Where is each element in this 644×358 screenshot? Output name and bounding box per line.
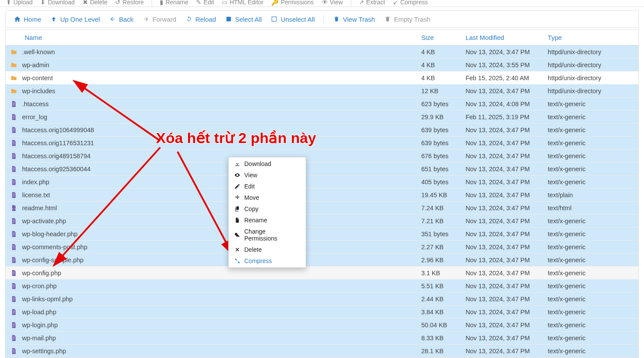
file-icon bbox=[10, 139, 18, 147]
cm-view[interactable]: View bbox=[229, 169, 306, 181]
file-icon bbox=[10, 165, 18, 173]
file-modified: Nov 13, 2024, 3:47 PM bbox=[461, 137, 544, 150]
file-name: htaccess.orig1064999048 bbox=[22, 127, 94, 133]
home-icon bbox=[13, 15, 21, 23]
delete-button[interactable]: ✖Delete bbox=[83, 0, 107, 6]
file-name: wp-activate.php bbox=[22, 218, 66, 225]
separator bbox=[152, 0, 152, 6]
file-modified: Nov 13, 2024, 3:47 PM bbox=[461, 176, 544, 189]
file-name: wp-mail.php bbox=[22, 335, 56, 342]
table-row[interactable]: wp-includes 12 KB Nov 13, 2024, 3:47 PM … bbox=[6, 85, 638, 98]
table-row[interactable]: readme.html 7.24 KB Nov 13, 2024, 3:47 P… bbox=[6, 202, 638, 215]
restore-button[interactable]: ↺Restore bbox=[115, 0, 144, 6]
edit-button[interactable]: ✎Edit bbox=[196, 0, 214, 6]
table-row[interactable]: wp-activate.php 7.21 KB Nov 13, 2024, 3:… bbox=[6, 215, 638, 228]
nav-reload[interactable]: Reload bbox=[185, 15, 216, 23]
file-name: index.php bbox=[22, 179, 49, 186]
file-icon bbox=[10, 178, 18, 186]
table-row[interactable]: .well-known 4 KB Nov 13, 2024, 3:47 PM h… bbox=[6, 46, 638, 59]
col-header-name[interactable]: Name bbox=[6, 30, 417, 46]
file-icon bbox=[10, 191, 18, 199]
cm-move-label: Move bbox=[244, 194, 259, 201]
upload-icon: ⬆ bbox=[6, 0, 11, 6]
view-icon: 👁 bbox=[322, 0, 328, 6]
nav-select-all[interactable]: Select All bbox=[225, 15, 262, 23]
file-modified: Nov 13, 2024, 3:47 PM bbox=[461, 319, 544, 332]
table-row[interactable]: wp-comments-post.php 2.27 KB Nov 13, 202… bbox=[6, 241, 638, 254]
col-header-name-text: Name bbox=[25, 34, 42, 41]
table-row[interactable]: wp-config.php 3.1 KB Nov 13, 2024, 3:47 … bbox=[6, 267, 638, 280]
key-icon bbox=[234, 232, 240, 238]
upload-label: Upload bbox=[13, 0, 32, 6]
file-modified: Nov 13, 2024, 3:47 PM bbox=[461, 46, 544, 59]
file-icon bbox=[10, 269, 18, 277]
col-header-modified[interactable]: Last Modified bbox=[461, 30, 544, 46]
table-row[interactable]: wp-config-sample.php 2.96 KB Nov 13, 202… bbox=[6, 254, 638, 267]
table-row[interactable]: wp-load.php 3.84 KB Nov 13, 2024, 3:47 P… bbox=[6, 306, 638, 319]
table-row[interactable]: license.txt 19.45 KB Nov 13, 2024, 3:47 … bbox=[6, 189, 638, 202]
cm-delete[interactable]: Delete bbox=[229, 244, 306, 255]
col-header-type[interactable]: Type bbox=[544, 30, 638, 46]
table-row[interactable]: htaccess.orig1176531231 639 bytes Nov 13… bbox=[6, 137, 638, 150]
html-file-icon bbox=[10, 204, 18, 212]
rename-label: Rename bbox=[165, 0, 188, 6]
file-name: wp-cron.php bbox=[22, 283, 57, 290]
context-menu: Download View Edit Move Copy Rename Chan… bbox=[228, 157, 306, 268]
table-row[interactable]: htaccess.orig925360044 651 bytes Nov 13,… bbox=[6, 163, 638, 176]
html-editor-icon: ▭ bbox=[222, 0, 227, 6]
file-type: text/x-generic bbox=[544, 267, 638, 280]
table-row[interactable]: wp-cron.php 5.51 KB Nov 13, 2024, 3:47 P… bbox=[6, 280, 638, 293]
cm-rename[interactable]: Rename bbox=[229, 215, 306, 226]
extract-button[interactable]: ↗Extract bbox=[359, 0, 385, 6]
permissions-icon: 🔑 bbox=[271, 0, 278, 6]
table-row[interactable]: wp-links-opml.php 2.44 KB Nov 13, 2024, … bbox=[6, 293, 638, 306]
cm-compress[interactable]: Compress bbox=[229, 255, 306, 267]
file-icon bbox=[10, 321, 18, 329]
file-size: 639 bytes bbox=[417, 137, 461, 150]
file-type: text/x-generic bbox=[544, 345, 638, 358]
compress-button[interactable]: ↙Compress bbox=[393, 0, 428, 6]
cm-change-permissions[interactable]: Change Permissions bbox=[229, 226, 306, 244]
permissions-button[interactable]: 🔑Permissions bbox=[271, 0, 314, 6]
table-row[interactable]: wp-blog-header.php 351 bytes Nov 13, 202… bbox=[6, 228, 638, 241]
file-modified: Nov 13, 2024, 3:47 PM bbox=[461, 215, 544, 228]
reload-icon bbox=[185, 15, 193, 23]
table-row[interactable]: error_log 29.9 KB Feb 11, 2025, 3:19 PM … bbox=[6, 111, 638, 124]
file-size: 5.51 KB bbox=[417, 280, 461, 293]
cm-download[interactable]: Download bbox=[229, 158, 306, 169]
table-row[interactable]: htaccess.orig489158794 676 bytes Nov 13,… bbox=[6, 150, 638, 163]
cm-copy[interactable]: Copy bbox=[229, 203, 306, 215]
nav-up-one-level[interactable]: Up One Level bbox=[50, 15, 100, 23]
nav-view-trash[interactable]: View Trash bbox=[333, 15, 375, 23]
rename-button[interactable]: ▮Rename bbox=[160, 0, 188, 6]
table-row[interactable]: wp-settings.php 28.1 KB Nov 13, 2024, 3:… bbox=[6, 345, 638, 358]
cm-edit[interactable]: Edit bbox=[229, 181, 306, 192]
file-size: 50.04 KB bbox=[417, 319, 461, 332]
table-row[interactable]: index.php 405 bytes Nov 13, 2024, 3:47 P… bbox=[6, 176, 638, 189]
col-header-size[interactable]: Size bbox=[417, 30, 461, 46]
table-row[interactable]: wp-admin 4 KB Nov 13, 2024, 3:55 PM http… bbox=[6, 59, 638, 72]
cm-compress-label: Compress bbox=[244, 257, 272, 264]
nav-back[interactable]: Back bbox=[109, 15, 133, 23]
table-row[interactable]: htaccess.orig1064999048 639 bytes Nov 13… bbox=[6, 124, 638, 137]
download-button[interactable]: ⬇Download bbox=[40, 0, 74, 6]
file-modified: Nov 13, 2024, 3:47 PM bbox=[461, 293, 544, 306]
cm-move[interactable]: Move bbox=[229, 192, 306, 203]
html-editor-button[interactable]: ▭HTML Editor bbox=[222, 0, 263, 6]
file-name: wp-settings.php bbox=[22, 348, 66, 355]
copy-icon bbox=[234, 206, 240, 212]
upload-button[interactable]: ⬆Upload bbox=[6, 0, 32, 6]
nav-view-trash-label: View Trash bbox=[343, 16, 375, 23]
nav-unselect-all[interactable]: Unselect All bbox=[270, 15, 314, 23]
file-size: 405 bytes bbox=[417, 176, 461, 189]
file-name: wp-includes bbox=[22, 88, 55, 94]
extract-icon: ↗ bbox=[359, 0, 364, 6]
table-row[interactable]: wp-content 4 KB Feb 15, 2025, 2:40 AM ht… bbox=[6, 72, 638, 85]
table-row[interactable]: .htaccess 623 bytes Nov 13, 2024, 4:08 P… bbox=[6, 98, 638, 111]
download-icon: ⬇ bbox=[40, 0, 45, 6]
view-button[interactable]: 👁View bbox=[322, 0, 343, 6]
table-row[interactable]: wp-mail.php 8.33 KB Nov 13, 2024, 3:47 P… bbox=[6, 332, 638, 345]
nav-home[interactable]: Home bbox=[13, 15, 41, 23]
table-row[interactable]: wp-login.php 50.04 KB Nov 13, 2024, 3:47… bbox=[6, 319, 638, 332]
file-type: text/x-generic bbox=[544, 241, 638, 254]
